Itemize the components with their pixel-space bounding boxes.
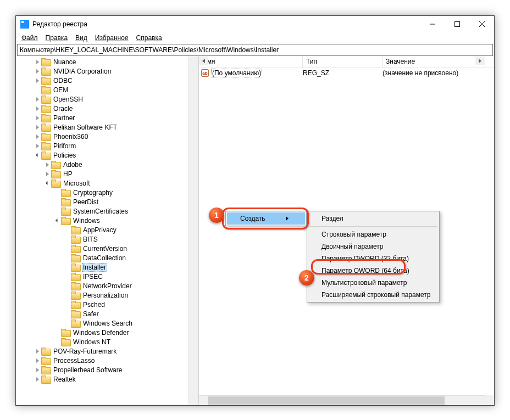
- tree-item[interactable]: PeerDist: [16, 197, 198, 206]
- tree-label: HP: [62, 170, 74, 178]
- menu-file[interactable]: Файл: [18, 33, 41, 42]
- submenu-item-key[interactable]: Раздел: [308, 212, 438, 225]
- submenu-item-binary[interactable]: Двоичный параметр: [308, 240, 438, 253]
- context-menu: Создать: [225, 211, 307, 226]
- tree-item[interactable]: Windows Defender: [16, 328, 198, 337]
- minimize-button[interactable]: [420, 16, 445, 32]
- close-button[interactable]: [469, 16, 494, 32]
- tree-twisty-icon[interactable]: [43, 163, 51, 167]
- menu-edit[interactable]: Правка: [42, 33, 71, 42]
- list-hscroll-thumb[interactable]: [208, 396, 445, 405]
- tree-label: Nuance: [52, 58, 77, 66]
- address-text: Компьютер\HKEY_LOCAL_MACHINE\SOFTWARE\Po…: [20, 46, 279, 54]
- col-name[interactable]: Имя: [199, 56, 303, 68]
- tree-item[interactable]: BITS: [16, 234, 198, 244]
- tree-twisty-icon[interactable]: [34, 154, 41, 156]
- tree-twisty-icon[interactable]: [43, 182, 51, 184]
- submenu-item-multi[interactable]: Мультистроковый параметр: [308, 277, 438, 289]
- tree-item[interactable]: Cryptography: [16, 188, 198, 197]
- list-hscroll-left[interactable]: [199, 56, 208, 65]
- tree-twisty-icon[interactable]: [34, 125, 41, 130]
- tree-twisty-icon[interactable]: [34, 97, 41, 102]
- tree-twisty-icon[interactable]: [34, 377, 41, 382]
- tree-item[interactable]: Policies: [16, 150, 198, 160]
- tree-twisty-icon[interactable]: [34, 69, 41, 74]
- tree-twisty-icon[interactable]: [53, 219, 61, 222]
- tree-item[interactable]: NVIDIA Corporation: [16, 66, 198, 76]
- folder-icon: [61, 208, 70, 215]
- maximize-button[interactable]: [445, 16, 469, 32]
- menu-view[interactable]: Вид: [72, 33, 91, 42]
- folder-icon: [61, 338, 70, 345]
- tree-twisty-icon[interactable]: [43, 172, 51, 176]
- menu-favorites[interactable]: Избранное: [92, 33, 132, 42]
- submenu-item-expand[interactable]: Расширяемый строковый параметр: [308, 289, 438, 301]
- tree-item[interactable]: ProcessLasso: [16, 356, 198, 365]
- address-bar[interactable]: Компьютер\HKEY_LOCAL_MACHINE\SOFTWARE\Po…: [17, 44, 493, 56]
- tree-item[interactable]: OpenSSH: [16, 94, 198, 104]
- tree-item[interactable]: Partner: [16, 113, 198, 122]
- tree-item[interactable]: Propellerhead Software: [16, 365, 198, 374]
- tree-twisty-icon[interactable]: [34, 359, 41, 363]
- tree-item[interactable]: Installer: [16, 262, 198, 272]
- tree-item[interactable]: IPSEC: [16, 272, 198, 281]
- tree-item[interactable]: CurrentVersion: [16, 244, 198, 253]
- tree-item[interactable]: HP: [16, 169, 198, 178]
- tree-item[interactable]: Windows: [16, 216, 198, 225]
- submenu-item-dword[interactable]: Параметр DWORD (32 бита): [308, 253, 438, 265]
- tree-item[interactable]: NetworkProvider: [16, 281, 198, 290]
- list-row[interactable]: ab (По умолчанию) REG_SZ (значение не пр…: [199, 68, 494, 78]
- folder-icon: [41, 142, 50, 149]
- tree-item[interactable]: Safer: [16, 309, 198, 318]
- tree-twisty-icon[interactable]: [34, 349, 41, 354]
- folder-icon: [61, 189, 70, 196]
- folder-icon: [71, 264, 80, 271]
- tree-item[interactable]: Pelikan Software KFT: [16, 122, 198, 132]
- context-item-create[interactable]: Создать: [227, 212, 305, 225]
- tree-item[interactable]: OEM: [16, 85, 198, 94]
- tree-item[interactable]: Personalization: [16, 290, 198, 300]
- tree-label: Partner: [52, 114, 76, 122]
- tree-item[interactable]: POV-Ray-Futuremark: [16, 346, 198, 356]
- tree-item[interactable]: Adobe: [16, 160, 198, 169]
- tree-label: Windows Search: [82, 320, 134, 327]
- col-type[interactable]: Тип: [303, 56, 382, 68]
- tree-scroll-thumb[interactable]: [190, 66, 198, 203]
- tree-item[interactable]: Realtek: [16, 374, 198, 384]
- submenu-item-qword[interactable]: Параметр QWORD (64 бита): [308, 265, 438, 277]
- tree-item[interactable]: Oracle: [16, 104, 198, 113]
- tree-item[interactable]: Nuance: [16, 57, 198, 66]
- list-hscroll-right[interactable]: [475, 56, 485, 65]
- list-hscroll[interactable]: [199, 395, 485, 405]
- menubar: Файл Правка Вид Избранное Справка: [16, 32, 494, 43]
- tree-item[interactable]: SystemCertificates: [16, 206, 198, 216]
- tree-twisty-icon[interactable]: [34, 144, 41, 148]
- tree-scroll-down[interactable]: [190, 395, 198, 405]
- tree-scroll-up[interactable]: [190, 56, 198, 65]
- folder-icon: [51, 180, 60, 187]
- tree-twisty-icon[interactable]: [34, 107, 41, 111]
- tree-item[interactable]: AppPrivacy: [16, 225, 198, 234]
- tree-twisty-icon[interactable]: [34, 116, 41, 120]
- tree-label: BITS: [82, 236, 99, 243]
- tree-item[interactable]: Windows NT: [16, 337, 198, 346]
- tree-label: Pelikan Software KFT: [52, 124, 118, 131]
- tree-item[interactable]: ODBC: [16, 76, 198, 85]
- tree-twisty-icon[interactable]: [34, 79, 41, 83]
- folder-icon: [41, 152, 50, 159]
- folder-icon: [61, 217, 70, 224]
- tree-item[interactable]: Psched: [16, 300, 198, 309]
- submenu-item-string[interactable]: Строковый параметр: [308, 228, 438, 240]
- tree-item[interactable]: Microsoft: [16, 178, 198, 188]
- tree-twisty-icon[interactable]: [34, 135, 41, 139]
- tree-pane[interactable]: NuanceNVIDIA CorporationODBCOEMOpenSSHOr…: [16, 56, 199, 405]
- tree-twisty-icon[interactable]: [34, 368, 41, 372]
- menu-help[interactable]: Справка: [133, 33, 165, 42]
- tree-item[interactable]: DataCollection: [16, 253, 198, 262]
- submenu-separator: [309, 226, 437, 227]
- tree-item[interactable]: Windows Search: [16, 318, 198, 328]
- tree-twisty-icon[interactable]: [34, 60, 41, 64]
- list-header: Имя Тип Значение: [199, 56, 494, 68]
- tree-item[interactable]: Piriform: [16, 141, 198, 150]
- tree-item[interactable]: Phoenix360: [16, 132, 198, 141]
